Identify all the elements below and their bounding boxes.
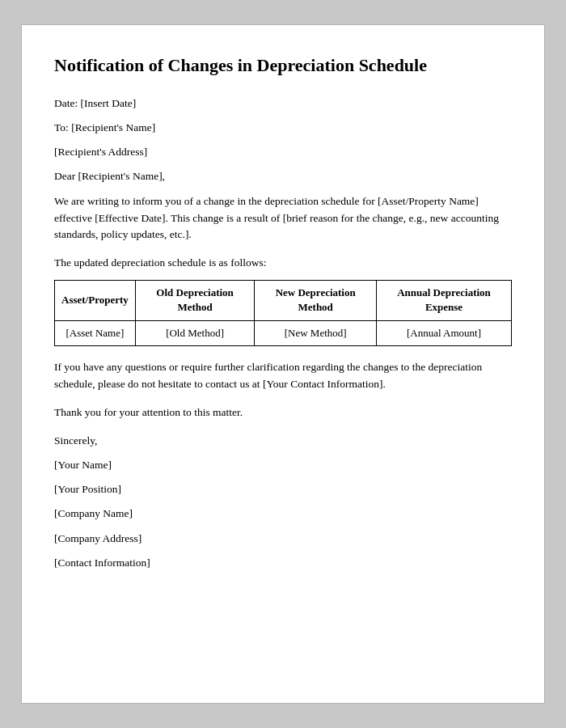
depreciation-table: Asset/Property Old Depreciation Method N… <box>54 280 512 346</box>
date-line: Date: [Insert Date] <box>54 95 512 112</box>
closing-line: Thank you for your attention to this mat… <box>54 404 512 421</box>
cell-new-method: [New Method] <box>255 320 377 345</box>
table-row: [Asset Name] [Old Method] [New Method] [… <box>55 320 512 345</box>
to-line: To: [Recipient's Name] <box>54 120 512 136</box>
document-container: Notification of Changes in Depreciation … <box>21 24 545 704</box>
cell-annual-amount: [Annual Amount] <box>376 320 511 345</box>
col-header-old: Old Depreciation Method <box>135 281 255 320</box>
body-paragraph-1: We are writing to inform you of a change… <box>54 193 512 244</box>
sign-off: Sincerely, <box>54 433 512 449</box>
address-line: [Recipient's Address] <box>54 144 512 160</box>
company-name-line: [Company Name] <box>54 506 512 522</box>
contact-info-line: [Contact Information] <box>54 555 512 571</box>
company-address-line: [Company Address] <box>54 531 512 547</box>
cell-asset-name: [Asset Name] <box>55 320 136 345</box>
name-line: [Your Name] <box>54 457 512 473</box>
table-header-row: Asset/Property Old Depreciation Method N… <box>55 281 512 320</box>
col-header-asset: Asset/Property <box>55 281 136 320</box>
position-line: [Your Position] <box>54 481 512 497</box>
signature-block: Sincerely, [Your Name] [Your Position] [… <box>54 433 512 572</box>
col-header-new: New Depreciation Method <box>255 281 377 320</box>
cell-old-method: [Old Method] <box>135 320 255 345</box>
col-header-annual: Annual Depreciation Expense <box>376 281 511 320</box>
salutation: Dear [Recipient's Name], <box>54 168 512 184</box>
body-paragraph-2: If you have any questions or require fur… <box>54 359 512 393</box>
table-intro: The updated depreciation schedule is as … <box>54 255 512 272</box>
document-title: Notification of Changes in Depreciation … <box>54 54 512 78</box>
